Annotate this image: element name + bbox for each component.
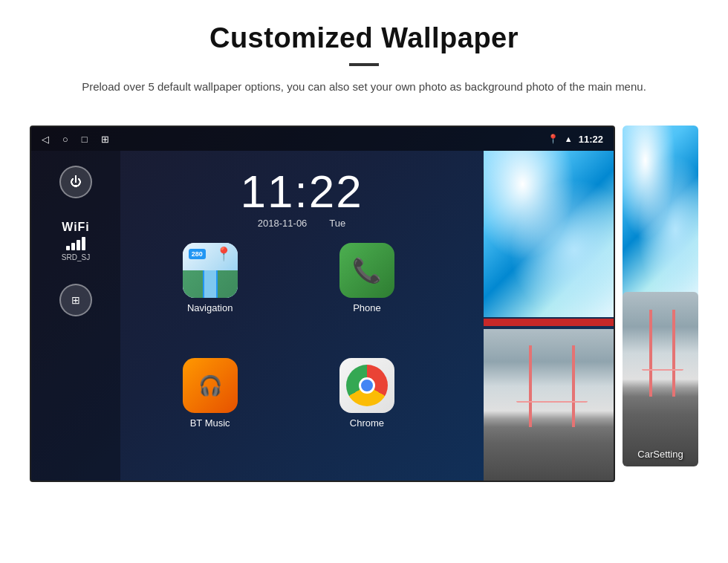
back-nav-icon[interactable]: ◁ [42,134,49,145]
video-label: Video [512,417,536,429]
title-divider [349,63,379,66]
status-bar-right: 📍 ▲ 11:22 [547,134,603,145]
carsetting-label: CarSetting [637,449,683,460]
music-icon: 🎵 [496,243,551,298]
recents-nav-icon[interactable]: □ [82,134,88,145]
clock-time: 11:22 [135,169,468,215]
nav-badge: 280 [189,249,206,259]
chrome-icon [339,358,394,413]
page-title: Customized Wallpaper [45,22,683,54]
wifi-bar-1 [66,246,70,250]
clapper-icon [505,369,542,402]
status-bar-left: ◁ ○ □ ⊞ [42,134,109,145]
power-button[interactable]: ⏻ [59,166,92,198]
wifi-bar-2 [71,243,75,250]
app-phone[interactable]: 📞 Phone [292,243,441,351]
app-navigation[interactable]: 280 📍 Navigation [135,243,285,351]
music-note-icon: 🎵 [508,256,539,285]
status-time: 11:22 [579,134,603,145]
bluetooth-icon: 🎧 [198,374,222,397]
center-content: 11:22 2018-11-06 Tue 📶 ⏮ B [120,151,614,481]
wifi-status-icon: ▲ [565,134,573,143]
skip-prev-icon[interactable]: ⏮ [563,189,579,208]
wallpaper-preview-bridge[interactable]: CarSetting [623,292,698,466]
left-sidebar: ⏻ WiFi SRD_SJ ⊞ [31,151,120,481]
navigation-icon: 280 📍 [183,243,238,298]
grid-icon: ⊞ [71,294,80,306]
page-header: Customized Wallpaper Preload over 5 defa… [0,0,728,111]
clock-date-value: 2018-11-06 [258,218,308,229]
power-icon: ⏻ [70,175,82,189]
wifi-bar-3 [77,240,80,250]
home-nav-icon[interactable]: ○ [62,134,68,145]
android-content: ⏻ WiFi SRD_SJ ⊞ [31,151,614,481]
android-screen: ◁ ○ □ ⊞ 📍 ▲ 11:22 ⏻ WiFi [30,126,615,482]
wifi-network: SRD_SJ [62,253,90,261]
apps-grid-button[interactable]: ⊞ [59,284,92,316]
app-video[interactable]: Video [449,358,599,466]
wifi-signal-icon: 📶 [499,183,533,214]
wifi-bars [62,237,90,250]
wifi-label: WiFi [62,221,90,234]
content-wrapper: ◁ ○ □ ⊞ 📍 ▲ 11:22 ⏻ WiFi [0,111,728,504]
page-subtitle: Preload over 5 default wallpaper options… [82,78,646,96]
location-icon: 📍 [547,134,559,144]
phone-icon: 📞 [339,243,394,298]
chrome-label: Chrome [350,417,384,429]
music-label: Music [511,302,536,313]
clock-area: 11:22 2018-11-06 Tue 📶 ⏮ B [120,158,614,238]
clock-day: Tue [329,218,345,229]
app-music[interactable]: 🎵 Music [449,243,599,351]
nav-pin-icon: 📍 [215,246,232,262]
wifi-bar-4 [82,237,85,250]
bt-music-icon: 🎧 [183,358,238,413]
bt-music-label: BT Music [190,417,230,429]
wifi-section: WiFi SRD_SJ [62,221,90,261]
clock-date-row: 2018-11-06 Tue [135,218,468,229]
status-bar: ◁ ○ □ ⊞ 📍 ▲ 11:22 [31,127,614,151]
phone-handset-icon: 📞 [352,256,382,284]
navigation-label: Navigation [187,302,233,313]
wallpaper-previews: CarSetting [623,126,698,482]
screenshot-icon[interactable]: ⊞ [101,134,109,145]
media-text-b: B [587,189,599,208]
media-controls: ⏮ B [563,189,599,208]
clock-display: 11:22 2018-11-06 Tue [135,169,468,229]
phone-label: Phone [353,302,381,313]
app-grid: 280 📍 Navigation 📞 Phone [120,238,614,473]
wallpaper-preview-ice[interactable] [623,126,698,300]
app-bt-music[interactable]: 🎧 BT Music [135,358,285,466]
media-widget: 📶 [483,166,548,231]
video-icon [496,358,551,413]
app-chrome[interactable]: Chrome [292,358,441,466]
